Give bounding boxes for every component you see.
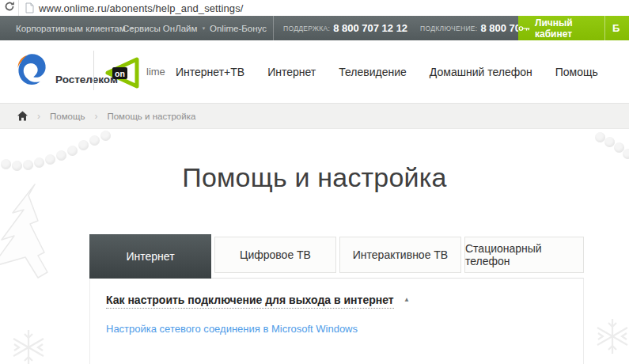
snowflake-decoration [6, 328, 51, 364]
edge-button-label: Б [612, 22, 620, 34]
tab-digital-tv[interactable]: Цифровое ТВ [214, 237, 336, 273]
topbar-phones: ПОДДЕРЖКА: 8 800 707 12 12 ПОДКЛЮЧЕНИЕ: … [283, 16, 555, 40]
main-content: Помощь и настройка Интернет Цифровое ТВ … [0, 129, 629, 364]
nav-item-home-phone[interactable]: Домашний телефон [430, 66, 532, 78]
rostelecom-logo[interactable]: Ростелеком [14, 50, 90, 94]
reload-icon [4, 1, 15, 15]
topbar-divider [273, 16, 274, 40]
nav-item-internet-tv[interactable]: Интернет+ТВ [176, 66, 244, 78]
section-tabs: Интернет Цифровое ТВ Интерактивное ТВ Ст… [89, 234, 584, 279]
key-icon [518, 21, 530, 36]
tab-panel: Как настроить подключение для выхода в и… [89, 278, 584, 364]
onlime-logo-text: lime [146, 66, 165, 78]
breadcrumb-chevron-icon: › [94, 111, 97, 122]
top-service-bar: Корпоративным клиентам ▼ Сервисы ОнЛайм … [0, 16, 629, 40]
tab-internet[interactable]: Интернет [89, 234, 211, 279]
support-label: ПОДДЕРЖКА: [283, 25, 330, 32]
nav-item-internet[interactable]: Интернет [267, 66, 316, 78]
christmas-tree-decoration [0, 183, 60, 294]
svg-text:on: on [115, 69, 125, 78]
url-text[interactable]: www.onlime.ru/abonents/help_and_settings… [39, 2, 243, 14]
tab-landline-phone[interactable]: Стационарный телефон [464, 237, 584, 273]
personal-account-button[interactable]: Личный кабинет [518, 16, 604, 40]
accordion-question-text: Как настроить подключение для выхода в и… [106, 294, 394, 309]
home-breadcrumb-link[interactable] [17, 111, 28, 121]
main-nav: Интернет+ТВ Интернет Телевидение Домашни… [176, 40, 598, 103]
page-title: Помощь и настройка [0, 162, 629, 193]
personal-account-label: Личный кабинет [535, 17, 604, 40]
article-link[interactable]: Настройка сетевого соединения в Microsof… [106, 323, 358, 335]
tab-interactive-tv[interactable]: Интерактивное ТВ [339, 237, 461, 273]
topbar-link-services[interactable]: Сервисы ОнЛайм ▼ [123, 16, 206, 40]
nav-item-tv[interactable]: Телевидение [339, 66, 407, 78]
accordion-question[interactable]: Как настроить подключение для выхода в и… [106, 293, 410, 307]
page-icon [25, 2, 34, 13]
logo-divider [93, 51, 94, 90]
topbar-link-bonus[interactable]: Onlime-Бонус [210, 16, 267, 40]
snowflake-decoration [593, 317, 629, 355]
breadcrumb-item-help[interactable]: Помощь [50, 112, 85, 121]
breadcrumb-item-current: Помощь и настройка [107, 112, 195, 121]
connection-label: ПОДКЛЮЧЕНИЕ: [420, 25, 477, 32]
topbar-link-corporate[interactable]: Корпоративным клиентам ▼ [16, 16, 135, 40]
rostelecom-logo-icon [14, 51, 49, 86]
chevron-down-icon: ▼ [201, 25, 206, 31]
onlime-logo[interactable]: on lime [104, 56, 175, 89]
site-header: Ростелеком on lime Интернет+ТВ Интернет … [0, 40, 629, 103]
nav-item-help[interactable]: Помощь [555, 66, 598, 78]
support-phone: 8 800 707 12 12 [333, 22, 407, 34]
collapse-arrow-icon: ▲ [404, 296, 410, 303]
breadcrumb-chevron-icon: › [37, 111, 40, 122]
reload-button[interactable] [0, 0, 19, 16]
home-icon [17, 111, 28, 121]
onlime-logo-icon: on [104, 56, 145, 89]
edge-green-button[interactable]: Б [604, 16, 629, 40]
breadcrumb: › Помощь › Помощь и настройка [0, 103, 629, 129]
browser-address-bar: www.onlime.ru/abonents/help_and_settings… [0, 0, 629, 16]
